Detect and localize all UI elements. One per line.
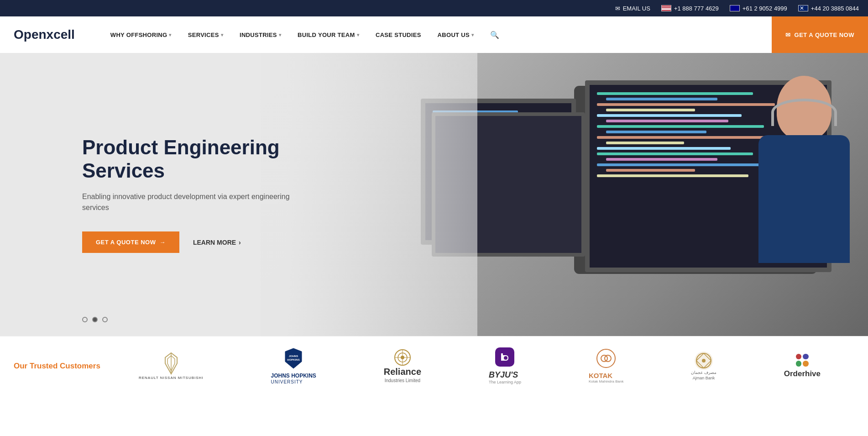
- hero-cta-primary-label: GET A QUOTE NOW: [96, 239, 156, 246]
- byjus-text: BYJU'S The Learning App: [489, 370, 521, 385]
- nav-industries-label: INDUSTRIES: [240, 32, 277, 38]
- nav-build-your-team[interactable]: BUILD YOUR TEAM ▾: [289, 16, 367, 53]
- hero-cta-primary-button[interactable]: GET A QUOTE NOW →: [82, 231, 179, 253]
- flag-uk-icon: [798, 5, 808, 11]
- customers-logos: RENAULT NISSAN MITSUBISHI JOHNS HOPKINS …: [105, 347, 854, 385]
- phone-us[interactable]: +1 888 777 4629: [661, 5, 719, 12]
- hero-cta-secondary-label: LEARN MORE: [193, 239, 236, 246]
- get-quote-label: GET A QUOTE NOW: [795, 32, 854, 38]
- hero-dots: [82, 317, 108, 322]
- flag-au-icon: [730, 5, 740, 11]
- nav-industries[interactable]: INDUSTRIES ▾: [231, 16, 289, 53]
- mail-icon: ✉: [615, 5, 620, 12]
- hero-subtitle: Enabling innovative product development …: [82, 191, 310, 213]
- hero-title: Product Engineering Services: [82, 136, 310, 182]
- ajman-text: مصرف عجمان Ajman Bank: [691, 370, 716, 381]
- ajman-icon: [694, 351, 713, 370]
- envelope-icon: ✉: [785, 32, 791, 38]
- nav-why-offshoring[interactable]: WHY OFFSHORING ▾: [102, 16, 180, 53]
- nav-about-us[interactable]: ABOUT US ▾: [429, 16, 482, 53]
- orderhive-text: Orderhive: [784, 369, 821, 378]
- flag-us-icon: [661, 5, 671, 11]
- search-icon: 🔍: [490, 31, 499, 39]
- renault-logo-text: RENAULT NISSAN MITSUBISHI: [139, 376, 204, 380]
- chevron-down-icon: ▾: [279, 32, 281, 37]
- hero-actions: GET A QUOTE NOW → LEARN MORE ›: [82, 231, 310, 253]
- nav-why-offshoring-label: WHY OFFSHORING: [110, 32, 167, 38]
- hero-dot-3[interactable]: [102, 317, 108, 322]
- main-nav: WHY OFFSHORING ▾ SERVICES ▾ INDUSTRIES ▾…: [102, 16, 772, 53]
- chevron-down-icon: ▾: [357, 32, 359, 37]
- customer-logo-reliance[interactable]: Reliance Industries Limited: [375, 349, 430, 383]
- johns-hopkins-shield-icon: JOHNS HOPKINS: [285, 348, 302, 369]
- logo[interactable]: Openxcell: [14, 27, 75, 42]
- kotak-icon: [596, 349, 616, 368]
- orderhive-dots-icon: [796, 354, 809, 367]
- customer-logo-renault[interactable]: RENAULT NISSAN MITSUBISHI: [130, 352, 213, 380]
- hero-dot-2[interactable]: [92, 317, 98, 322]
- customer-logo-byjus[interactable]: BYJU'S The Learning App: [480, 347, 530, 385]
- chevron-down-icon: ▾: [221, 32, 223, 37]
- person-silhouette: [676, 76, 868, 336]
- byjus-icon: [495, 347, 514, 367]
- phone-us-number: +1 888 777 4629: [674, 5, 719, 12]
- reliance-icon: [394, 349, 411, 366]
- phone-uk[interactable]: +44 20 3885 0844: [798, 5, 859, 12]
- svg-point-10: [504, 356, 507, 360]
- nav-services-label: SERVICES: [188, 32, 219, 38]
- customer-logo-johns-hopkins[interactable]: JOHNS HOPKINS JOHNS HOPKINS UNIVERSITY: [261, 348, 325, 384]
- customers-label: Our Trusted Customers: [14, 361, 105, 371]
- top-bar: ✉ EMAIL US +1 888 777 4629 +61 2 9052 49…: [0, 0, 868, 16]
- arrow-right-icon: →: [159, 239, 166, 246]
- nav-build-label: BUILD YOUR TEAM: [298, 32, 355, 38]
- phone-au-number: +61 2 9052 4999: [743, 5, 787, 12]
- email-label: EMAIL US: [623, 5, 650, 12]
- johns-hopkins-text: JOHNS HOPKINS UNIVERSITY: [271, 373, 316, 384]
- svg-text:JOHNS: JOHNS: [289, 355, 298, 357]
- header: Openxcell WHY OFFSHORING ▾ SERVICES ▾ IN…: [0, 16, 868, 53]
- customers-bar: Our Trusted Customers RENAULT NISSAN MIT…: [0, 336, 868, 396]
- nav-case-studies-label: CASE STUDIES: [376, 32, 421, 38]
- email-contact[interactable]: ✉ EMAIL US: [615, 5, 650, 12]
- nav-services[interactable]: SERVICES ▾: [180, 16, 231, 53]
- hero-section: Product Engineering Services Enabling in…: [0, 53, 868, 336]
- kotak-text: kotak Kotak Mahindra Bank: [589, 372, 624, 383]
- hero-content: Product Engineering Services Enabling in…: [0, 136, 310, 253]
- reliance-subtext: Industries Limited: [385, 378, 420, 383]
- customer-logo-ajman[interactable]: مصرف عجمان Ajman Bank: [682, 351, 726, 381]
- svg-text:HOPKINS: HOPKINS: [287, 358, 299, 361]
- chevron-right-icon: ›: [239, 239, 241, 246]
- renault-icon: [160, 352, 183, 375]
- svg-point-15: [702, 359, 706, 362]
- hero-cta-secondary-button[interactable]: LEARN MORE ›: [193, 239, 241, 246]
- phone-uk-number: +44 20 3885 0844: [811, 5, 859, 12]
- hero-dot-1[interactable]: [82, 317, 88, 322]
- reliance-text: Reliance: [384, 367, 421, 377]
- chevron-down-icon: ▾: [471, 32, 474, 37]
- phone-au[interactable]: +61 2 9052 4999: [730, 5, 787, 12]
- nav-about-label: ABOUT US: [438, 32, 470, 38]
- customer-logo-orderhive[interactable]: Orderhive: [775, 354, 830, 378]
- customer-logo-kotak[interactable]: kotak Kotak Mahindra Bank: [580, 349, 633, 383]
- chevron-down-icon: ▾: [169, 32, 171, 37]
- search-button[interactable]: 🔍: [482, 31, 507, 39]
- get-quote-header-button[interactable]: ✉ GET A QUOTE NOW: [772, 16, 868, 53]
- nav-case-studies[interactable]: CASE STUDIES: [367, 16, 429, 53]
